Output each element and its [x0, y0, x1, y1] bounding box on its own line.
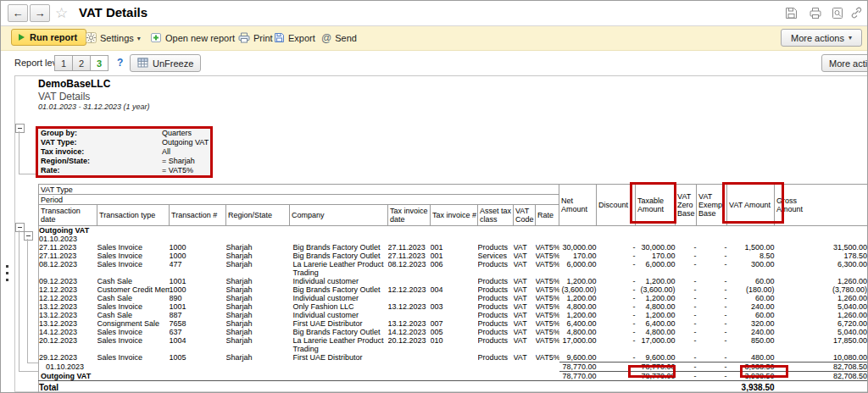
cell[interactable]: Big Brands Factory Outlet — [290, 252, 388, 260]
open-new-report-button[interactable]: Open new report — [150, 31, 235, 45]
cell[interactable]: VAT5% — [536, 336, 559, 353]
cell[interactable]: - — [676, 319, 697, 328]
cell[interactable]: 4,800.00 — [636, 328, 676, 336]
cell[interactable]: Sharjah — [226, 336, 290, 353]
cell[interactable] — [676, 381, 697, 393]
cell[interactable]: - — [597, 372, 636, 381]
cell[interactable]: 1,260.00 — [775, 311, 868, 319]
cell[interactable]: 01.10.2023 — [39, 363, 97, 372]
cell[interactable]: 20.12.2023 — [39, 336, 97, 353]
cell[interactable]: 17,000.00 — [559, 336, 597, 353]
cell[interactable]: - — [676, 363, 697, 372]
cell[interactable]: Sales Invoice — [97, 302, 170, 311]
parameter-row[interactable]: VAT Type:Outgoing VAT — [38, 138, 213, 147]
column-header-transaction-type[interactable]: Transaction type — [97, 205, 170, 226]
cell[interactable]: Products — [478, 311, 514, 319]
cell[interactable]: - — [697, 302, 727, 311]
cell[interactable]: Individual customer — [290, 294, 388, 302]
column-header-period[interactable]: Period — [39, 195, 559, 205]
cell[interactable]: Sharjah — [226, 319, 290, 328]
cell[interactable]: 3,938.50 — [727, 372, 775, 381]
report-level-3-button[interactable]: 3 — [90, 55, 108, 71]
cell[interactable]: 6,300.00 — [775, 260, 868, 277]
cell[interactable]: 6,400.00 — [559, 319, 597, 328]
cell[interactable]: 1000 — [170, 252, 226, 260]
cell[interactable]: 4,800.00 — [559, 302, 597, 311]
cell[interactable]: - — [697, 328, 727, 336]
cell[interactable]: 6,000.00 — [636, 260, 676, 277]
cell[interactable]: - — [697, 252, 727, 260]
panel-splitter-handle[interactable] — [6, 265, 8, 285]
star-icon[interactable]: ☆ — [55, 4, 68, 22]
column-header-discount[interactable]: Discount — [597, 185, 636, 226]
cell[interactable]: - — [676, 260, 697, 277]
cell[interactable]: 12.12.2023 — [39, 294, 97, 302]
cell[interactable]: 17,850.00 — [775, 336, 868, 353]
cell[interactable] — [536, 372, 559, 381]
cell[interactable]: - — [597, 311, 636, 319]
cell[interactable]: 29.12.2023 — [39, 353, 97, 363]
cell[interactable]: 78,770.00 — [636, 363, 676, 372]
cell[interactable]: Products — [478, 353, 514, 363]
cell[interactable]: 9,600.00 — [559, 353, 597, 363]
cell[interactable]: 001 — [431, 252, 478, 260]
cell[interactable]: VAT — [514, 319, 536, 328]
find-icon[interactable] — [832, 7, 845, 20]
cell[interactable]: 240.00 — [727, 328, 775, 336]
send-button[interactable]: @ Send — [321, 31, 357, 45]
cell[interactable]: 1001 — [170, 277, 226, 285]
cell[interactable]: - — [676, 243, 697, 252]
cell[interactable]: First UAE Distributor — [290, 319, 388, 328]
cell[interactable]: 5,040.00 — [775, 302, 868, 311]
parameter-row[interactable]: Rate:= VAT5% — [38, 166, 213, 175]
cell[interactable]: Sharjah — [226, 277, 290, 285]
cell[interactable]: VAT — [514, 285, 536, 294]
cell[interactable]: Products — [478, 302, 514, 311]
cell[interactable] — [388, 277, 431, 285]
cell[interactable]: - — [697, 285, 727, 294]
cell[interactable]: 887 — [170, 311, 226, 319]
cell[interactable] — [559, 381, 597, 393]
cell[interactable]: Products — [478, 336, 514, 353]
cell[interactable]: Big Brands Factory Outlet — [290, 243, 388, 252]
cell[interactable]: 30,000.00 — [559, 243, 597, 252]
period-label-cell[interactable]: 01.10.2023 — [39, 235, 868, 243]
cell[interactable]: (3,600.00) — [559, 285, 597, 294]
cell[interactable] — [97, 363, 170, 372]
column-header-vat-exempt-base[interactable]: VAT Exempt Base — [697, 185, 727, 226]
back-button[interactable]: ← — [8, 4, 28, 22]
column-header-region-state[interactable]: Region/State — [226, 205, 290, 226]
cell[interactable]: VAT5% — [536, 260, 559, 277]
cell[interactable]: VAT — [514, 252, 536, 260]
cell[interactable]: 1004 — [170, 336, 226, 353]
cell[interactable]: 1000 — [170, 285, 226, 294]
cell[interactable]: 637 — [170, 328, 226, 336]
cell[interactable] — [388, 294, 431, 302]
link-icon[interactable] — [850, 7, 864, 20]
cell[interactable]: - — [676, 285, 697, 294]
cell[interactable] — [388, 372, 431, 381]
cell[interactable]: Individual customer — [290, 311, 388, 319]
cell[interactable]: 20.12.2023 — [388, 336, 431, 353]
cell[interactable]: 480.00 — [727, 353, 775, 363]
cell[interactable]: 3,938.50 — [727, 363, 775, 372]
column-header-tax-invoice-date[interactable]: Tax invoice date — [388, 205, 431, 226]
cell[interactable]: - — [697, 260, 727, 277]
more-actions-clipped-button[interactable]: More actions ▾ — [821, 54, 868, 72]
column-header-net-amount[interactable]: Net Amount — [559, 185, 597, 226]
cell[interactable]: Products — [478, 277, 514, 285]
cell[interactable]: 1,200.00 — [636, 277, 676, 285]
cell[interactable]: VAT — [514, 260, 536, 277]
column-header-vat-amount[interactable]: VAT Amount — [727, 185, 775, 226]
cell[interactable]: 850.00 — [727, 336, 775, 353]
cell[interactable]: 300.00 — [727, 260, 775, 277]
cell[interactable]: Products — [478, 294, 514, 302]
report-level-1-button[interactable]: 1 — [54, 55, 73, 71]
cell[interactable]: Sharjah — [226, 285, 290, 294]
cell[interactable]: Sharjah — [226, 311, 290, 319]
cell[interactable]: 12.12.2023 — [39, 285, 97, 294]
save-icon[interactable] — [785, 7, 798, 20]
report-level-2-button[interactable]: 2 — [72, 55, 91, 71]
cell[interactable] — [478, 372, 514, 381]
cell[interactable]: Sharjah — [226, 353, 290, 363]
